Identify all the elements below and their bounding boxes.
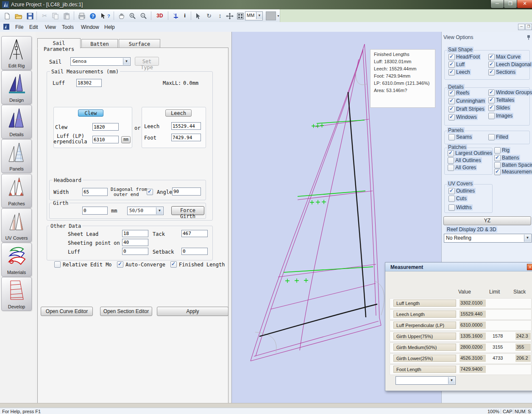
sidebar-item-edit-rig[interactable]: Edit Rig [1,36,32,70]
sheeting-point-input[interactable] [122,239,148,246]
measurement-close-icon[interactable]: x [527,264,532,270]
chevron-down-icon[interactable]: ▼ [256,12,262,19]
zoom-in-icon[interactable] [128,11,137,20]
cb-leech-diagonal[interactable] [488,62,495,68]
clew-input[interactable] [92,123,119,131]
cut-icon[interactable]: ✂ [40,11,49,20]
axis-icon[interactable] [171,11,181,20]
cb-all-gores[interactable] [448,165,454,171]
row-label-button[interactable]: Girth Upper(75%) [393,333,456,340]
cb-reefs[interactable] [448,90,455,96]
color-swatch[interactable] [266,11,276,20]
angle-input[interactable] [172,187,201,196]
cb-filled[interactable] [488,134,495,140]
cb-leech[interactable] [448,69,455,76]
new-file-icon[interactable] [3,11,12,20]
open-section-editor-button[interactable]: Open Section Editor [100,307,152,316]
open-file-icon[interactable] [14,11,23,20]
cb-battens[interactable] [494,155,501,161]
cb-largest-outlines[interactable] [448,150,454,157]
print-icon[interactable] [77,11,86,20]
lp-input[interactable] [92,136,119,143]
girth-ratio-dropdown[interactable]: 50/50▼ [127,207,164,215]
tack-input[interactable] [181,230,208,237]
open-curve-editor-button[interactable]: Open Curve Editor [41,307,93,316]
zoom-out-icon[interactable] [139,11,148,20]
row-label-button[interactable]: Foot Length [393,366,456,373]
info-icon[interactable]: i [182,11,187,20]
cb-window-groups[interactable] [488,90,495,96]
cb-measurements[interactable] [494,169,501,175]
cb-uv-outlines[interactable] [448,188,455,194]
apply-button[interactable]: Apply [157,307,228,316]
row-label-button[interactable]: Luff Perpendicular (LP) [393,322,456,329]
measurement-set-dropdown[interactable]: ▼ [396,376,456,385]
cb-seams[interactable] [448,134,455,140]
force-girth-button[interactable]: Force Girth [171,206,204,215]
pin-icon[interactable] [526,35,531,40]
save-icon[interactable] [25,11,35,20]
sidebar-item-materials[interactable]: Materials [1,243,32,277]
cb-images[interactable] [488,113,495,119]
menu-help[interactable]: Help [102,23,117,31]
pan-hand-icon[interactable] [117,11,126,20]
mdi-restore-button[interactable]: ❐ [525,24,532,30]
rotate-icon[interactable]: ↻ [204,11,214,20]
girth-input[interactable] [82,207,108,215]
sidebar-item-panels[interactable]: Panels [1,139,32,173]
cb-batten-spacings[interactable] [494,162,501,168]
sidebar-item-uv-covers[interactable]: UV Covers [1,208,32,242]
toolbar-overflow-icon[interactable]: ▼ [277,14,280,17]
chevron-down-icon[interactable]: ▼ [123,58,130,65]
mdi-minimize-button[interactable]: ─ [518,24,525,30]
sidebar-item-patches[interactable]: Patches [1,174,32,208]
cb-all-outlines[interactable] [448,157,454,164]
sidebar-item-design[interactable]: Design [1,70,32,104]
yz-button[interactable]: YZ [443,216,531,225]
sidebar-item-develop[interactable]: Develop [1,277,32,311]
close-button[interactable]: ✕ [517,0,532,8]
luff-input[interactable] [76,79,102,87]
minimize-button[interactable]: ─ [490,0,504,8]
tab-sail-parameters[interactable]: Sail Parameters [37,38,81,48]
headboard-width-input[interactable] [82,188,108,196]
mm-button[interactable]: mm [121,136,131,143]
cb-telltales[interactable] [488,97,495,104]
tab-batten-editor[interactable]: Batten Editor [81,39,118,48]
chevron-down-icon[interactable]: ▼ [448,377,455,384]
set-type-button[interactable]: Set Type [135,57,159,66]
luff-offset-input[interactable] [122,248,148,255]
context-help-icon[interactable]: ? [99,11,111,20]
menu-file[interactable]: File [13,23,26,31]
cb-cunningham[interactable] [448,98,455,104]
sidebar-item-details[interactable]: Details [1,105,32,139]
help-icon[interactable]: ? [88,11,97,20]
cb-max-curve[interactable] [488,54,495,60]
select-arrow-icon[interactable] [193,11,203,20]
setback-input[interactable] [181,248,208,255]
measurement-title-bar[interactable]: Measurement [385,263,532,271]
cb-windows[interactable] [448,114,455,120]
auto-converge-checkbox[interactable] [117,261,123,268]
cb-head-foot[interactable] [448,54,455,60]
menu-tools[interactable]: Tools [59,23,76,31]
cb-slides[interactable] [488,105,495,111]
cb-uv-widths[interactable] [448,204,455,211]
vertical-resize-icon[interactable]: ↕ [215,11,225,20]
fit-extents-icon[interactable] [236,11,245,20]
move-icon[interactable] [225,11,234,20]
cb-draft-stripes[interactable] [448,106,455,112]
cb-luff[interactable] [448,62,455,68]
copy-icon[interactable] [51,11,60,20]
leech-input[interactable] [171,122,201,130]
units-dropdown[interactable]: MM ▼ [245,11,263,20]
diagonal-checkbox[interactable] [147,189,153,195]
chevron-down-icon[interactable]: ▼ [524,235,531,242]
menu-edit[interactable]: Edit [27,23,41,31]
sheet-lead-input[interactable] [122,230,148,237]
row-label-button[interactable]: Girth Medium(50%) [393,344,456,351]
cb-uv-cuts[interactable] [448,196,455,202]
clew-mode-button[interactable]: Clew [78,109,103,117]
cb-rig[interactable] [494,147,501,154]
leech-mode-button[interactable]: Leech [165,109,192,117]
